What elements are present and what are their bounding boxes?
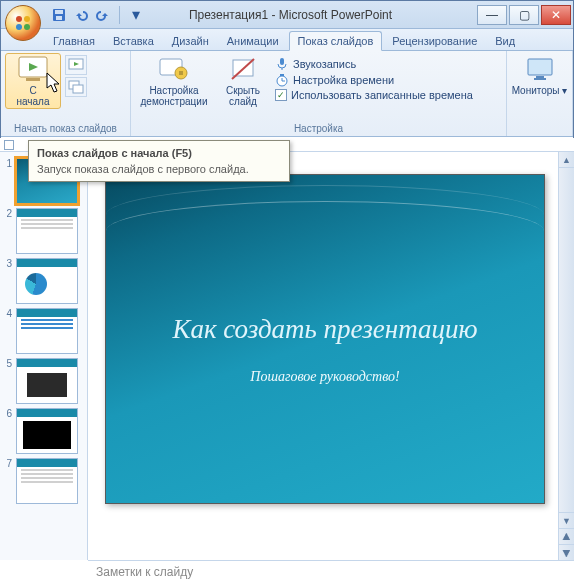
hide-slide-icon [227, 55, 259, 83]
close-button[interactable]: ✕ [541, 5, 571, 25]
clock-icon [275, 73, 289, 87]
tab-slideshow[interactable]: Показ слайдов [289, 31, 383, 51]
group-start-title: Начать показ слайдов [5, 122, 126, 136]
minimize-button[interactable]: — [477, 5, 507, 25]
svg-point-1 [24, 16, 30, 22]
svg-point-2 [16, 24, 22, 30]
notes-pane[interactable]: Заметки к слайду [88, 560, 574, 586]
tab-review[interactable]: Рецензирование [384, 32, 485, 50]
play-screen-icon [17, 55, 49, 83]
svg-point-0 [16, 16, 22, 22]
svg-rect-13 [73, 85, 83, 93]
quick-access-toolbar: ▾ [51, 6, 144, 24]
scroll-up-icon[interactable]: ▲ [559, 152, 574, 168]
slide-thumbnails-panel[interactable]: 1 2 3 4 5 6 7 [0, 152, 88, 560]
next-slide-icon[interactable]: ⯆ [559, 544, 574, 560]
group-monitors-title [511, 133, 568, 136]
svg-rect-19 [280, 58, 284, 65]
tooltip: Показ слайдов с начала (F5) Запуск показ… [28, 140, 290, 182]
from-current-button[interactable] [65, 55, 87, 75]
thumbnail-2[interactable] [16, 208, 78, 254]
rehearse-timings-label: Настройка времени [293, 74, 394, 86]
thumbnail-5[interactable] [16, 358, 78, 404]
use-timings-checkbox[interactable]: ✓ Использовать записанные времена [275, 89, 473, 101]
qat-customize-icon[interactable]: ▾ [128, 7, 144, 23]
tab-design[interactable]: Дизайн [164, 32, 217, 50]
use-timings-label: Использовать записанные времена [291, 89, 473, 101]
monitor-icon [524, 55, 556, 83]
svg-rect-26 [536, 76, 544, 78]
slide-subtitle[interactable]: Пошаговое руководство! [250, 369, 399, 385]
title-bar: ▾ Презентация1 - Microsoft PowerPoint — … [1, 1, 573, 29]
from-beginning-button[interactable]: С начала [5, 53, 61, 109]
redo-icon[interactable] [95, 7, 111, 23]
tab-home[interactable]: Главная [45, 32, 103, 50]
prev-slide-icon[interactable]: ⯅ [559, 528, 574, 544]
tooltip-title: Показ слайдов с начала (F5) [37, 147, 281, 159]
checkbox-icon: ✓ [275, 89, 287, 101]
group-settings: Настройка демонстрации Скрыть слайд Звук… [131, 51, 507, 136]
svg-rect-27 [534, 78, 546, 80]
ribbon: С начала Начать показ слайдов Настройка … [1, 51, 573, 137]
svg-point-3 [24, 24, 30, 30]
record-narration-label: Звукозапись [293, 58, 356, 70]
monitors-button[interactable]: Мониторы ▾ [512, 53, 568, 98]
ribbon-tabs: Главная Вставка Дизайн Анимации Показ сл… [1, 29, 573, 51]
setup-show-icon [158, 55, 190, 83]
hide-slide-button[interactable]: Скрыть слайд [217, 53, 269, 109]
tab-animations[interactable]: Анимации [219, 32, 287, 50]
rehearse-timings-button[interactable]: Настройка времени [275, 73, 473, 87]
svg-rect-25 [528, 59, 552, 75]
tab-view[interactable]: Вид [487, 32, 523, 50]
svg-rect-5 [55, 10, 63, 14]
thumbnail-4[interactable] [16, 308, 78, 354]
group-settings-title: Настройка [135, 122, 502, 136]
custom-show-button[interactable] [65, 77, 87, 97]
current-slide[interactable]: Как создать презентацию Пошаговое руково… [105, 174, 545, 504]
undo-icon[interactable] [73, 7, 89, 23]
slide-editor[interactable]: Как создать презентацию Пошаговое руково… [88, 152, 558, 560]
maximize-button[interactable]: ▢ [509, 5, 539, 25]
record-narration-button[interactable]: Звукозапись [275, 57, 473, 71]
svg-rect-9 [26, 78, 40, 81]
setup-show-label: Настройка демонстрации [141, 85, 208, 107]
svg-rect-6 [56, 16, 62, 20]
slide-title[interactable]: Как создать презентацию [152, 314, 497, 345]
tooltip-body: Запуск показа слайдов с первого слайда. [37, 163, 281, 175]
office-button[interactable] [5, 5, 41, 41]
vertical-scrollbar[interactable]: ▲ ▼ ⯅ ⯆ [558, 152, 574, 560]
from-beginning-label: С начала [16, 85, 49, 107]
microphone-icon [275, 57, 289, 71]
group-start-slideshow: С начала Начать показ слайдов [1, 51, 131, 136]
setup-show-button[interactable]: Настройка демонстрации [135, 53, 213, 109]
scroll-down-icon[interactable]: ▼ [559, 512, 574, 528]
tab-insert[interactable]: Вставка [105, 32, 162, 50]
svg-rect-16 [179, 71, 183, 75]
workspace: 1 2 3 4 5 6 7 Как создать презентацию По… [0, 138, 574, 586]
svg-rect-24 [280, 74, 284, 76]
thumbnail-7[interactable] [16, 458, 78, 504]
slides-tab-icon[interactable] [4, 140, 14, 150]
hide-slide-label: Скрыть слайд [226, 85, 260, 107]
save-icon[interactable] [51, 7, 67, 23]
monitors-label: Мониторы ▾ [512, 85, 568, 96]
group-monitors: Мониторы ▾ [507, 51, 573, 136]
thumbnail-3[interactable] [16, 258, 78, 304]
window-title: Презентация1 - Microsoft PowerPoint [144, 8, 477, 22]
thumbnail-6[interactable] [16, 408, 78, 454]
